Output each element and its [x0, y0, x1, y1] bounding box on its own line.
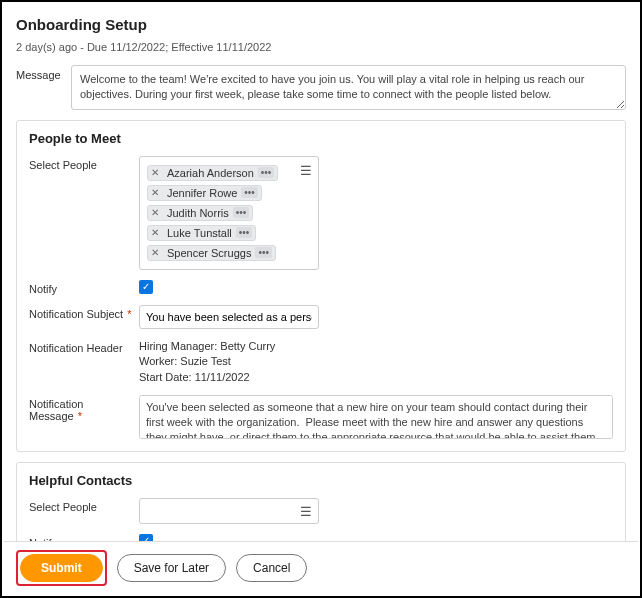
person-chip: ✕Azariah Anderson•••	[147, 165, 278, 181]
person-chip: ✕Judith Norris•••	[147, 205, 253, 221]
footer-bar: Submit Save for Later Cancel	[4, 541, 638, 594]
remove-icon[interactable]: ✕	[151, 247, 159, 258]
notify-checkbox[interactable]: ✓	[139, 280, 153, 294]
message-label: Message	[16, 65, 71, 110]
notif-msg-textarea[interactable]	[139, 395, 613, 439]
submit-highlight: Submit	[16, 550, 107, 586]
remove-icon[interactable]: ✕	[151, 187, 159, 198]
person-chip: ✕Luke Tunstall•••	[147, 225, 256, 241]
more-icon[interactable]: •••	[233, 207, 250, 218]
helpful-select-label: Select People	[29, 498, 139, 513]
page-title: Onboarding Setup	[16, 16, 626, 33]
subject-input[interactable]	[139, 305, 319, 329]
remove-icon[interactable]: ✕	[151, 167, 159, 178]
notif-msg-label: Notification Message*	[29, 395, 139, 422]
person-name: Azariah Anderson	[163, 167, 258, 179]
notify-label: Notify	[29, 280, 139, 295]
more-icon[interactable]: •••	[241, 187, 258, 198]
helpful-select-input[interactable]: ☰	[139, 498, 319, 524]
helpful-heading: Helpful Contacts	[29, 473, 613, 488]
people-heading: People to Meet	[29, 131, 613, 146]
more-icon[interactable]: •••	[255, 247, 272, 258]
person-name: Jennifer Rowe	[163, 187, 241, 199]
cancel-button[interactable]: Cancel	[236, 554, 307, 582]
remove-icon[interactable]: ✕	[151, 227, 159, 238]
more-icon[interactable]: •••	[236, 227, 253, 238]
notif-header-label: Notification Header	[29, 339, 139, 354]
person-chip: ✕Jennifer Rowe•••	[147, 185, 262, 201]
notif-header-value: Hiring Manager: Betty CurryWorker: Suzie…	[139, 339, 275, 385]
person-name: Spencer Scruggs	[163, 247, 255, 259]
subject-label: Notification Subject*	[29, 305, 139, 320]
person-name: Judith Norris	[163, 207, 233, 219]
message-textarea[interactable]	[71, 65, 626, 110]
list-icon[interactable]: ☰	[300, 163, 312, 178]
submit-button[interactable]: Submit	[20, 554, 103, 582]
select-people-input[interactable]: ☰ ✕Azariah Anderson•••✕Jennifer Rowe•••✕…	[139, 156, 319, 270]
save-for-later-button[interactable]: Save for Later	[117, 554, 226, 582]
people-to-meet-panel: People to Meet Select People ☰ ✕Azariah …	[16, 120, 626, 452]
page-meta: 2 day(s) ago - Due 11/12/2022; Effective…	[16, 41, 626, 53]
more-icon[interactable]: •••	[258, 167, 275, 178]
select-people-label: Select People	[29, 156, 139, 171]
person-chip: ✕Spencer Scruggs•••	[147, 245, 276, 261]
list-icon[interactable]: ☰	[300, 504, 312, 519]
remove-icon[interactable]: ✕	[151, 207, 159, 218]
person-name: Luke Tunstall	[163, 227, 236, 239]
